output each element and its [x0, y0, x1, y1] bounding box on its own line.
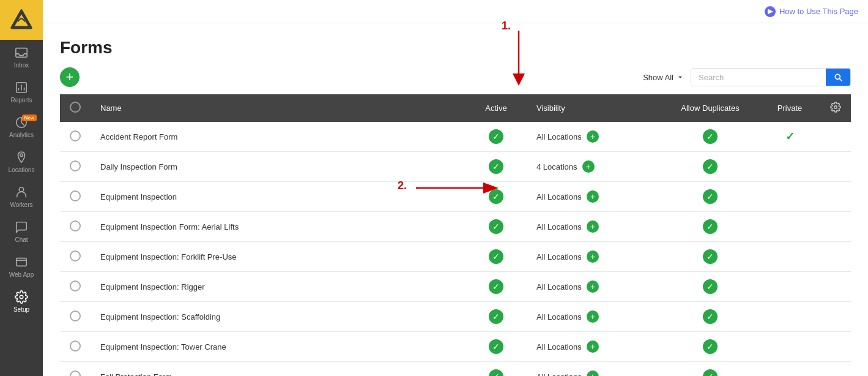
row-name-cell[interactable]: Equipment Inspection: Tower Crane	[91, 332, 466, 362]
header-visibility: Visibility	[527, 94, 661, 122]
row-active-cell[interactable]: ✓	[466, 212, 527, 242]
page-title: Forms	[60, 38, 851, 58]
how-to-use-link[interactable]: ▶ How to Use This Page	[765, 6, 858, 17]
search-icon	[833, 72, 843, 82]
visibility-text: 4 Locations	[536, 162, 577, 171]
add-location-button[interactable]: +	[587, 250, 599, 263]
table-row: Equipment Inspection Form: Aerial Lifts …	[60, 212, 851, 242]
svg-rect-7	[17, 258, 27, 266]
header-checkbox-col	[60, 94, 91, 122]
row-checkbox[interactable]	[70, 160, 81, 171]
visibility-text: All Locations	[536, 132, 582, 141]
show-all-dropdown[interactable]: Show All	[643, 73, 684, 82]
add-location-button[interactable]: +	[582, 160, 595, 173]
row-checkbox[interactable]	[70, 130, 81, 141]
header-settings[interactable]	[820, 94, 851, 122]
sidebar-item-inbox[interactable]: Inbox	[0, 40, 43, 75]
row-duplicates-cell[interactable]: ✓	[661, 242, 759, 272]
row-visibility-cell: All Locations +	[527, 332, 661, 362]
row-checkbox[interactable]	[70, 340, 81, 352]
row-duplicates-cell[interactable]: ✓	[661, 212, 759, 242]
row-private-cell[interactable]	[759, 152, 820, 182]
row-name-cell[interactable]: Equipment Inspection	[91, 182, 466, 212]
row-private-cell[interactable]	[759, 182, 820, 212]
sidebar-item-webapp[interactable]: Web App	[0, 249, 43, 284]
duplicates-check-icon: ✓	[703, 369, 718, 376]
row-active-cell[interactable]: ✓	[466, 332, 527, 362]
row-settings-cell	[820, 272, 851, 302]
table-row: Accident Report Form ✓ All Locations + ✓…	[60, 122, 851, 152]
toolbar-right: Show All	[643, 68, 851, 86]
row-visibility-cell: All Locations +	[527, 302, 661, 332]
row-name-cell[interactable]: Equipment Inspection: Rigger	[91, 272, 466, 302]
toolbar: + Show All	[60, 67, 851, 87]
add-location-button[interactable]: +	[587, 310, 599, 323]
search-input[interactable]	[691, 69, 826, 86]
search-button[interactable]	[826, 69, 850, 86]
row-private-cell[interactable]	[759, 332, 820, 362]
sidebar-item-workers[interactable]: Workers	[0, 179, 43, 214]
row-private-cell[interactable]	[759, 212, 820, 242]
add-form-button[interactable]: +	[60, 67, 80, 87]
row-duplicates-cell[interactable]: ✓	[661, 272, 759, 302]
row-name-cell[interactable]: Fall Protection Form	[91, 362, 466, 377]
row-duplicates-cell[interactable]: ✓	[661, 302, 759, 332]
add-location-button[interactable]: +	[587, 340, 599, 353]
add-location-button[interactable]: +	[587, 370, 599, 376]
row-checkbox[interactable]	[70, 220, 81, 231]
row-checkbox-cell	[60, 362, 91, 377]
visibility-text: All Locations	[536, 222, 582, 231]
row-visibility-cell: All Locations +	[527, 272, 661, 302]
row-checkbox[interactable]	[70, 280, 81, 291]
row-name-cell[interactable]: Accident Report Form	[91, 122, 466, 152]
row-active-cell[interactable]: ✓	[466, 242, 527, 272]
add-location-button[interactable]: +	[587, 130, 599, 143]
row-checkbox[interactable]	[70, 250, 81, 261]
add-location-button[interactable]: +	[587, 220, 599, 233]
row-name-cell[interactable]: Equipment Inspection Form: Aerial Lifts	[91, 212, 466, 242]
sidebar-item-locations-label: Locations	[9, 167, 35, 173]
how-to-use-icon: ▶	[765, 6, 776, 17]
row-duplicates-cell[interactable]: ✓	[661, 152, 759, 182]
row-active-cell[interactable]: ✓	[466, 272, 527, 302]
private-header-label: Private	[777, 103, 802, 113]
row-visibility-cell: All Locations +	[527, 212, 661, 242]
header-private: Private	[759, 94, 820, 122]
row-private-cell[interactable]	[759, 242, 820, 272]
add-location-button[interactable]: +	[587, 280, 599, 293]
add-location-button[interactable]: +	[587, 190, 599, 203]
row-visibility-cell: 4 Locations +	[527, 152, 661, 182]
row-private-cell[interactable]: ✓	[759, 122, 820, 152]
sidebar-item-reports[interactable]: Reports	[0, 75, 43, 110]
row-private-cell[interactable]	[759, 272, 820, 302]
row-active-cell[interactable]: ✓	[466, 182, 527, 212]
sidebar-item-chat[interactable]: Chat	[0, 214, 43, 249]
row-duplicates-cell[interactable]: ✓	[661, 122, 759, 152]
select-all-checkbox[interactable]	[70, 102, 81, 113]
row-active-cell[interactable]: ✓	[466, 152, 527, 182]
row-private-cell[interactable]	[759, 362, 820, 377]
row-checkbox[interactable]	[70, 310, 81, 321]
row-active-cell[interactable]: ✓	[466, 122, 527, 152]
row-duplicates-cell[interactable]: ✓	[661, 332, 759, 362]
row-private-cell[interactable]	[759, 302, 820, 332]
row-name-cell[interactable]: Equipment Inspection: Scaffolding	[91, 302, 466, 332]
sidebar-item-locations[interactable]: Locations	[0, 145, 43, 179]
row-active-cell[interactable]: ✓	[466, 302, 527, 332]
webapp-icon	[15, 255, 28, 269]
row-name-cell[interactable]: Daily Inspection Form	[91, 152, 466, 182]
row-checkbox[interactable]	[70, 190, 81, 201]
row-duplicates-cell[interactable]: ✓	[661, 182, 759, 212]
visibility-text: All Locations	[536, 312, 582, 321]
row-settings-cell	[820, 122, 851, 152]
page-content: Forms + Show All	[43, 23, 868, 376]
active-check-icon: ✓	[489, 159, 503, 174]
row-active-cell[interactable]: ✓	[466, 362, 527, 377]
row-duplicates-cell[interactable]: ✓	[661, 362, 759, 377]
sidebar-logo[interactable]	[0, 0, 43, 40]
row-name-cell[interactable]: Equipment Inspection: Forklift Pre-Use	[91, 242, 466, 272]
row-checkbox[interactable]	[70, 370, 81, 377]
sidebar-item-analytics[interactable]: New Analytics	[0, 110, 43, 145]
sidebar-item-setup[interactable]: Setup	[0, 284, 43, 319]
row-checkbox-cell	[60, 302, 91, 332]
